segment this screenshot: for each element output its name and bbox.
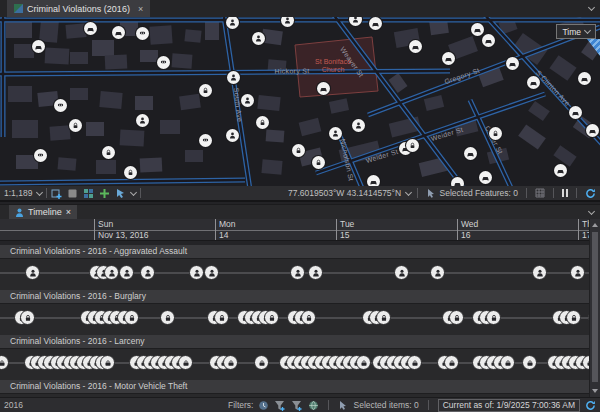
close-icon[interactable]: × — [138, 4, 143, 14]
map-marker-person[interactable] — [136, 114, 149, 127]
timeline-event-person[interactable] — [25, 265, 40, 280]
timeline-event-person[interactable] — [140, 265, 155, 280]
map-marker-lock[interactable] — [406, 139, 419, 152]
timeline-event-lock[interactable] — [20, 310, 35, 325]
chevron-down-icon[interactable] — [130, 188, 137, 195]
timeline-event-person[interactable] — [532, 265, 547, 280]
map-marker-person[interactable] — [352, 119, 365, 132]
timeline-event-bag[interactable] — [0, 355, 9, 370]
time-filter-icon[interactable] — [258, 400, 269, 411]
map-view-tab[interactable]: Criminal Violations (2016) × — [7, 0, 150, 17]
map-marker-person[interactable] — [349, 17, 362, 26]
timeline-day-column[interactable]: Mon14 — [215, 219, 236, 240]
map-marker-car[interactable] — [554, 164, 567, 177]
timeline-event-lock[interactable] — [160, 310, 175, 325]
timeline-event-bag[interactable] — [254, 355, 269, 370]
map-marker-car[interactable] — [578, 72, 591, 85]
timeline-event-person[interactable] — [204, 265, 219, 280]
map-marker-car[interactable] — [482, 34, 495, 47]
timeline-event-person[interactable] — [430, 265, 445, 280]
timeline-event-person[interactable] — [308, 265, 323, 280]
add-feature-icon[interactable] — [51, 188, 62, 199]
map-marker-car[interactable] — [471, 23, 484, 36]
timeline-event-lock[interactable] — [449, 310, 464, 325]
map-marker-mask[interactable] — [157, 56, 170, 69]
map-marker-car[interactable] — [586, 124, 599, 137]
time-button[interactable]: Time — [556, 24, 596, 39]
timeline-header[interactable]: SunNov 13, 2016Mon14Tue15Wed16Thu17 — [0, 219, 600, 241]
timeline-event-person[interactable] — [104, 265, 119, 280]
map-marker-lock[interactable] — [199, 84, 212, 97]
coordinates-readout[interactable]: 77.6019503°W 43.1414575°N — [288, 188, 401, 198]
close-icon[interactable]: × — [66, 207, 71, 217]
map-marker-car[interactable] — [527, 76, 540, 89]
timeline-day-column[interactable]: Wed16 — [457, 219, 478, 240]
map-marker-mask[interactable] — [54, 99, 67, 112]
timeline-event-lock[interactable] — [264, 310, 279, 325]
map-marker-car[interactable] — [112, 26, 125, 39]
timeline-event-person[interactable] — [290, 265, 305, 280]
basemap-icon[interactable] — [83, 188, 94, 199]
timeline-event-lock[interactable] — [376, 310, 391, 325]
timeline-event-person[interactable] — [119, 265, 134, 280]
timeline-event-lock[interactable] — [124, 310, 139, 325]
timeline-event-lock[interactable] — [214, 310, 229, 325]
map-marker-car[interactable] — [369, 17, 382, 30]
map-marker-car[interactable] — [451, 177, 464, 187]
map-marker-lock[interactable] — [102, 146, 115, 159]
timeline-event-bag[interactable] — [178, 355, 193, 370]
timeline-event-bag[interactable] — [223, 355, 238, 370]
timeline-row-track[interactable] — [0, 349, 600, 380]
map-marker-car[interactable] — [409, 40, 422, 53]
map-marker-lock[interactable] — [312, 156, 325, 169]
map-marker-car[interactable] — [442, 52, 455, 65]
chevron-down-icon[interactable] — [405, 188, 412, 195]
scrollbar-thumb[interactable] — [592, 232, 598, 382]
timeline-event-lock[interactable] — [301, 310, 316, 325]
timeline-tab[interactable]: Timeline × — [9, 205, 77, 219]
map-marker-car[interactable] — [84, 22, 97, 35]
chevron-down-icon[interactable] — [36, 188, 43, 195]
timeline-event-bag[interactable] — [444, 355, 459, 370]
timeline-event-person[interactable] — [189, 265, 204, 280]
scroll-up-icon[interactable] — [592, 223, 598, 227]
timeline-event-lock[interactable] — [486, 310, 501, 325]
map-marker-car[interactable] — [464, 147, 477, 160]
timeline-event-bag[interactable] — [500, 355, 515, 370]
map-marker-person[interactable] — [226, 129, 239, 142]
attribute-table-icon[interactable] — [535, 188, 545, 198]
timeline-row-track[interactable] — [0, 259, 600, 290]
filter-icon[interactable] — [274, 400, 286, 411]
timeline-event-bag[interactable] — [522, 355, 537, 370]
map-marker-person[interactable] — [252, 32, 265, 45]
timeline-event-bag[interactable] — [407, 355, 422, 370]
map-marker-person[interactable] — [241, 94, 254, 107]
map-marker-mask[interactable] — [199, 134, 212, 147]
pause-icon[interactable] — [562, 189, 568, 197]
scale-value[interactable]: 1:1,189 — [4, 188, 32, 198]
timeline-day-column[interactable]: Tue15 — [336, 219, 354, 240]
map-view[interactable]: St Boniface Church Hickory StSouth AveWe… — [0, 17, 600, 186]
map-marker-lock[interactable] — [256, 116, 269, 129]
scroll-down-icon[interactable] — [592, 389, 598, 393]
map-marker-car[interactable] — [506, 57, 519, 70]
map-marker-car[interactable] — [317, 82, 330, 95]
timeline-event-bag[interactable] — [356, 355, 371, 370]
timeline-event-person[interactable] — [570, 265, 585, 280]
chevron-down-icon[interactable] — [588, 4, 595, 11]
timeline-event-person[interactable] — [394, 265, 409, 280]
map-marker-person[interactable] — [329, 127, 342, 140]
chevron-down-icon[interactable] — [588, 207, 595, 214]
map-marker-person[interactable] — [281, 17, 294, 27]
map-marker-car[interactable] — [32, 40, 45, 53]
map-marker-person[interactable] — [226, 17, 239, 29]
map-marker-lock[interactable] — [124, 166, 137, 179]
refresh-icon[interactable] — [585, 400, 596, 411]
globe-filter-icon[interactable] — [308, 400, 319, 411]
map-marker-mask[interactable] — [34, 149, 47, 162]
timeline-event-bag[interactable] — [100, 355, 115, 370]
map-marker-person[interactable] — [227, 71, 240, 84]
select-box-icon[interactable] — [67, 188, 78, 199]
timeline-day-column[interactable]: SunNov 13, 2016 — [94, 219, 149, 240]
map-marker-lock[interactable] — [489, 127, 502, 140]
